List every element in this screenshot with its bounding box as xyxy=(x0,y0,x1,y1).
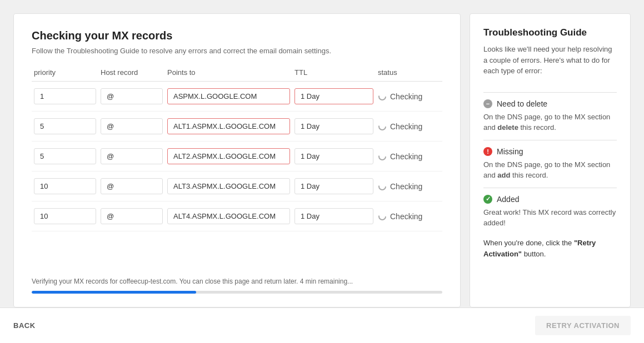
cell-points-to xyxy=(165,148,292,164)
input-host[interactable] xyxy=(101,208,163,224)
cell-ttl xyxy=(292,118,376,134)
status-label: Checking xyxy=(390,152,422,161)
guide-item-2: ✓ Added Great work! This MX record was c… xyxy=(483,195,617,229)
table-row: Checking xyxy=(32,172,442,201)
guide-item-header: ✓ Added xyxy=(483,195,617,204)
status-label: Checking xyxy=(390,92,422,101)
col-priority: priority xyxy=(32,68,98,77)
cell-points-to xyxy=(165,118,292,134)
guide-item-0: − Need to delete On the DNS page, go to … xyxy=(483,99,617,140)
input-points-to[interactable] xyxy=(167,208,290,224)
svg-point-2 xyxy=(379,153,386,160)
col-ttl: TTL xyxy=(292,68,376,77)
guide-status-icon: ✓ xyxy=(483,195,492,204)
input-priority[interactable] xyxy=(34,118,96,134)
svg-point-0 xyxy=(379,93,386,100)
guide-divider xyxy=(483,140,617,140)
guide-item-description: On the DNS page, go to the MX section an… xyxy=(483,159,617,181)
guide-item-title: Added xyxy=(497,195,519,204)
spinner-icon xyxy=(378,212,387,221)
input-ttl[interactable] xyxy=(294,148,373,164)
cell-host xyxy=(98,118,165,134)
cell-priority xyxy=(32,118,98,134)
cell-points-to xyxy=(165,88,292,104)
table-row: Checking xyxy=(32,201,442,231)
input-priority[interactable] xyxy=(34,88,96,104)
footer-text: Verifying your MX records for coffeecup-… xyxy=(32,278,442,285)
table-rows: Checking Checking xyxy=(32,82,442,271)
input-points-to[interactable] xyxy=(167,148,290,164)
spinner-icon xyxy=(378,182,387,191)
cell-ttl xyxy=(292,178,376,194)
guide-status-icon: ! xyxy=(483,147,492,156)
input-points-to[interactable] xyxy=(167,178,290,194)
input-ttl[interactable] xyxy=(294,88,373,104)
progress-bar-container xyxy=(32,291,442,294)
input-ttl[interactable] xyxy=(294,118,373,134)
table-header: priority Host record Points to TTL statu… xyxy=(32,68,442,82)
guide-item-1: ! Missing On the DNS page, go to the MX … xyxy=(483,147,617,188)
spinner-icon xyxy=(378,92,387,101)
svg-point-1 xyxy=(379,123,386,130)
guide-item-description: Great work! This MX record was correctly… xyxy=(483,207,617,229)
input-points-to[interactable] xyxy=(167,118,290,134)
retry-activation-button[interactable]: RETRY ACTIVATION xyxy=(535,316,631,335)
status-label: Checking xyxy=(390,122,422,131)
col-host: Host record xyxy=(98,68,165,77)
cell-ttl xyxy=(292,148,376,164)
cell-host xyxy=(98,148,165,164)
right-panel: Troubleshooting Guide Looks like we'll n… xyxy=(470,13,631,307)
left-panel: Checking your MX records Follow the Trou… xyxy=(13,13,461,307)
back-button[interactable]: BACK xyxy=(13,321,36,330)
input-host[interactable] xyxy=(101,88,163,104)
cell-ttl xyxy=(292,208,376,224)
guide-item-title: Need to delete xyxy=(497,99,547,108)
col-status: status xyxy=(376,68,442,77)
footer-bar: Verifying your MX records for coffeecup-… xyxy=(32,278,442,294)
progress-bar-fill xyxy=(32,291,196,294)
input-priority[interactable] xyxy=(34,178,96,194)
guide-items: − Need to delete On the DNS page, go to … xyxy=(483,99,617,231)
cell-points-to xyxy=(165,178,292,194)
cell-priority xyxy=(32,148,98,164)
spinner-icon xyxy=(378,152,387,161)
input-host[interactable] xyxy=(101,148,163,164)
cell-priority xyxy=(32,178,98,194)
guide-item-description: On the DNS page, go to the MX section an… xyxy=(483,112,617,133)
input-points-to[interactable] xyxy=(167,88,290,104)
cell-priority xyxy=(32,208,98,224)
page-title: Checking your MX records xyxy=(32,29,442,42)
input-ttl[interactable] xyxy=(294,178,373,194)
cell-host xyxy=(98,88,165,104)
cell-ttl xyxy=(292,88,376,104)
guide-divider xyxy=(483,188,617,188)
col-points-to: Points to xyxy=(165,68,292,77)
cell-status: Checking xyxy=(376,212,442,221)
spinner-icon xyxy=(378,122,387,131)
input-priority[interactable] xyxy=(34,148,96,164)
guide-status-icon: − xyxy=(483,99,492,108)
guide-item-header: ! Missing xyxy=(483,147,617,156)
table-row: Checking xyxy=(32,142,442,172)
svg-point-3 xyxy=(379,183,386,190)
cell-priority xyxy=(32,88,98,104)
guide-item-title: Missing xyxy=(497,147,523,156)
guide-title: Troubleshooting Guide xyxy=(483,27,617,38)
guide-item-header: − Need to delete xyxy=(483,99,617,108)
input-host[interactable] xyxy=(101,178,163,194)
svg-point-4 xyxy=(379,213,386,220)
table-row: Checking xyxy=(32,112,442,142)
bottom-bar: BACK RETRY ACTIVATION xyxy=(0,307,644,343)
guide-intro: Looks like we'll need your help resolvin… xyxy=(483,44,617,77)
input-ttl[interactable] xyxy=(294,208,373,224)
status-label: Checking xyxy=(390,182,422,191)
status-label: Checking xyxy=(390,212,422,221)
cell-host xyxy=(98,208,165,224)
cell-points-to xyxy=(165,208,292,224)
input-priority[interactable] xyxy=(34,208,96,224)
cell-status: Checking xyxy=(376,152,442,161)
page-subtitle: Follow the Troubleshooting Guide to reso… xyxy=(32,47,442,55)
cell-host xyxy=(98,178,165,194)
table-row: Checking xyxy=(32,82,442,112)
input-host[interactable] xyxy=(101,118,163,134)
